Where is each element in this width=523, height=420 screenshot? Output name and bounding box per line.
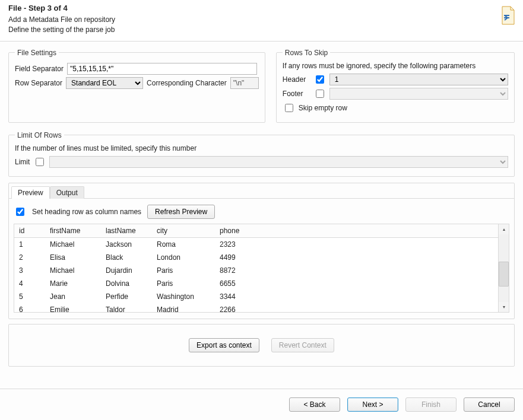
revert-context-button[interactable]: Revert Context <box>271 338 334 352</box>
cell-city: Paris <box>152 277 215 290</box>
column-header-id[interactable]: id <box>14 224 45 238</box>
cell-phone: 3344 <box>215 290 260 303</box>
table-row[interactable]: 1MichaelJacksonRoma2323 <box>14 237 509 251</box>
wizard-file-icon <box>500 6 516 25</box>
cell-lastName: Taldor <box>101 303 152 313</box>
scroll-thumb[interactable] <box>499 262 509 287</box>
cell-lastName: Dujardin <box>101 264 152 277</box>
cell-firstName: Marie <box>45 277 101 290</box>
tab-preview[interactable]: Preview <box>11 186 50 199</box>
cell-id: 6 <box>14 303 45 313</box>
limit-checkbox[interactable] <box>36 158 44 166</box>
row-separator-select[interactable]: Standard EOL <box>66 77 143 89</box>
wizard-header: File - Step 3 of 4 Add a Metadata File o… <box>0 0 523 42</box>
group-rows-to-skip: Rows To Skip If any rows must be ignored… <box>276 49 515 123</box>
cell-city: Madrid <box>152 303 215 313</box>
column-header-lastname[interactable]: lastName <box>101 224 152 238</box>
skip-empty-row-label: Skip empty row <box>299 104 347 112</box>
limit-of-rows-hint: If the number of lines must be limited, … <box>15 144 508 152</box>
header-checkbox[interactable] <box>316 75 324 84</box>
group-limit-of-rows: Limit Of Rows If the number of lines mus… <box>8 131 515 177</box>
column-header-city[interactable]: city <box>152 224 215 238</box>
cell-id: 4 <box>14 277 45 290</box>
set-heading-label: Set heading row as column names <box>32 208 141 216</box>
preview-table-shell: id firstName lastName city phone 1Michae… <box>14 224 509 313</box>
skip-empty-row-checkbox[interactable] <box>285 104 293 112</box>
cell-phone: 4499 <box>215 251 260 264</box>
cell-firstName: Jean <box>45 290 101 303</box>
back-button[interactable]: < Back <box>289 397 340 412</box>
table-header-row: id firstName lastName city phone <box>14 224 509 238</box>
tab-output[interactable]: Output <box>50 186 84 199</box>
limit-label: Limit <box>15 158 30 166</box>
scroll-up-icon[interactable]: ▴ <box>499 224 509 234</box>
table-row[interactable]: 5JeanPerfideWashington3344 <box>14 290 509 303</box>
wizard-body: File Settings Field Separator Row Separa… <box>0 42 523 389</box>
header-value-select[interactable]: 1 <box>329 74 508 85</box>
preview-table: id firstName lastName city phone 1Michae… <box>14 224 509 313</box>
limit-value-select[interactable] <box>49 156 508 168</box>
scroll-down-icon[interactable]: ▾ <box>499 302 509 312</box>
cell-city: Paris <box>152 264 215 277</box>
cell-id: 5 <box>14 290 45 303</box>
cell-city: Washington <box>152 290 215 303</box>
cell-phone: 2323 <box>215 237 260 251</box>
footer-value-select[interactable] <box>329 88 508 100</box>
cell-id: 1 <box>14 237 45 251</box>
cell-lastName: Jackson <box>101 237 152 251</box>
footer-label: Footer <box>283 90 310 98</box>
page-subtitle-1: Add a Metadata File on repository <box>8 15 115 25</box>
export-as-context-button[interactable]: Export as context <box>189 338 259 352</box>
table-row[interactable]: 3MichaelDujardinParis8872 <box>14 264 509 277</box>
cell-firstName: Elisa <box>45 251 101 264</box>
next-button[interactable]: Next > <box>347 397 398 412</box>
page-subtitle-2: Define the setting of the parse job <box>8 25 115 35</box>
table-row[interactable]: 4MarieDolvinaParis6655 <box>14 277 509 290</box>
cell-phone: 8872 <box>215 264 260 277</box>
cell-city: London <box>152 251 215 264</box>
cell-city: Roma <box>152 237 215 251</box>
legend-limit-of-rows: Limit Of Rows <box>15 131 64 139</box>
column-header-phone[interactable]: phone <box>215 224 260 238</box>
table-row[interactable]: 2ElisaBlackLondon4499 <box>14 251 509 264</box>
row-separator-label: Row Separator <box>15 79 62 87</box>
legend-rows-to-skip: Rows To Skip <box>283 49 330 57</box>
corresponding-character-label: Corresponding Character <box>147 79 227 87</box>
field-separator-input[interactable] <box>67 63 257 75</box>
cell-lastName: Dolvina <box>101 277 152 290</box>
table-row[interactable]: 6EmilieTaldorMadrid2266 <box>14 303 509 313</box>
preview-scrollbar[interactable]: ▴ ▾ <box>498 224 509 312</box>
rows-to-skip-hint: If any rows must be ignored, specify the… <box>283 62 508 70</box>
wizard-footer: < Back Next > Finish Cancel <box>0 389 523 420</box>
cell-firstName: Michael <box>45 237 101 251</box>
cell-phone: 6655 <box>215 277 260 290</box>
footer-checkbox[interactable] <box>316 90 324 98</box>
cancel-button[interactable]: Cancel <box>464 397 515 412</box>
page-title: File - Step 3 of 4 <box>8 4 115 12</box>
refresh-preview-button[interactable]: Refresh Preview <box>147 205 215 219</box>
finish-button[interactable]: Finish <box>405 397 457 412</box>
field-separator-label: Field Separator <box>15 65 64 73</box>
cell-firstName: Emilie <box>45 303 101 313</box>
corresponding-character-input <box>230 77 259 89</box>
cell-id: 3 <box>14 264 45 277</box>
header-label: Header <box>283 75 310 84</box>
cell-lastName: Perfide <box>101 290 152 303</box>
legend-file-settings: File Settings <box>15 49 59 57</box>
set-heading-checkbox[interactable] <box>16 208 24 216</box>
cell-firstName: Michael <box>45 264 101 277</box>
group-file-settings: File Settings Field Separator Row Separa… <box>8 49 265 123</box>
group-context-actions: Export as context Revert Context <box>8 324 515 367</box>
column-header-firstname[interactable]: firstName <box>45 224 101 238</box>
group-preview: Preview Output Set heading row as column… <box>8 183 515 319</box>
cell-id: 2 <box>14 251 45 264</box>
cell-phone: 2266 <box>215 303 260 313</box>
cell-lastName: Black <box>101 251 152 264</box>
